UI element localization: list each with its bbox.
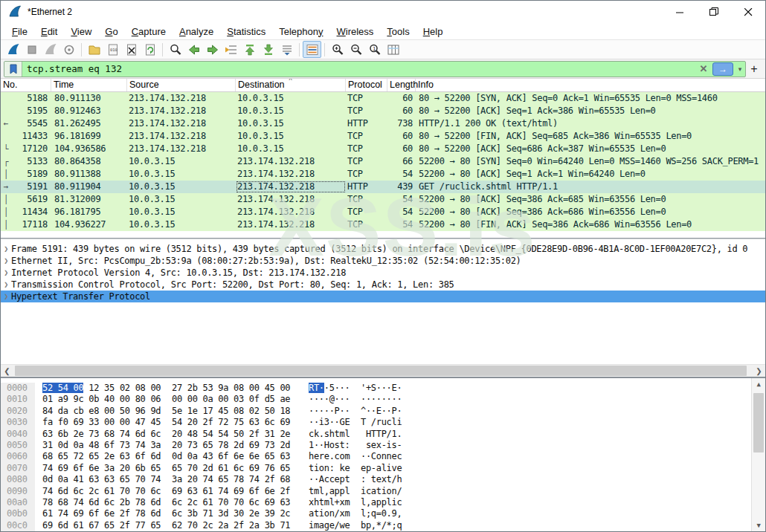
packet-row[interactable]: →519180.91190410.0.3.15213.174.132.218HT… xyxy=(1,181,765,193)
expander-icon[interactable]: ❯ xyxy=(1,291,11,302)
find-packet-icon[interactable] xyxy=(166,41,184,58)
expander-icon[interactable]: ❯ xyxy=(1,267,11,279)
column-header-protocol[interactable]: Protocol xyxy=(346,79,387,91)
filter-add-button[interactable]: + xyxy=(746,62,762,76)
filter-bookmark-icon[interactable] xyxy=(4,62,22,77)
packet-row[interactable]: 518880.911130213.174.132.21810.0.3.15TCP… xyxy=(1,92,765,105)
stop-capture-icon[interactable] xyxy=(22,41,41,58)
menu-file[interactable]: File xyxy=(5,25,34,39)
colorize-icon[interactable] xyxy=(303,41,321,58)
scroll-left-icon[interactable]: ❮ xyxy=(1,367,13,375)
related-packet-mark: └ xyxy=(1,143,11,155)
packet-length: 439 xyxy=(387,181,416,193)
go-first-icon[interactable] xyxy=(240,41,259,58)
column-header-info[interactable]: Info xyxy=(416,79,765,91)
detail-line[interactable]: ❯Frame 5191: 439 bytes on wire (3512 bit… xyxy=(1,243,765,255)
menu-help[interactable]: Help xyxy=(416,25,450,39)
reload-file-icon[interactable] xyxy=(141,41,159,58)
restore-button[interactable] xyxy=(697,1,731,23)
title-bar: *Ethernet 2 xyxy=(1,1,765,23)
hex-row[interactable]: 001001 a9 9c 0b 40 00 80 0600 00 0a 00 0… xyxy=(1,394,765,405)
svg-text:1: 1 xyxy=(373,45,376,51)
packet-row[interactable]: ←554581.262495213.174.132.21810.0.3.15HT… xyxy=(1,117,765,130)
menu-view[interactable]: View xyxy=(64,25,98,39)
ascii-right: HTTP/1. xyxy=(361,429,402,440)
auto-scroll-icon[interactable] xyxy=(277,41,296,58)
menu-statistics[interactable]: Statistics xyxy=(220,25,272,39)
packet-destination: 10.0.3.15 xyxy=(236,117,346,130)
hex-bytes-right: 62 70 2c 2a 2f 2a 3b 71 xyxy=(172,520,295,531)
menu-wireless[interactable]: Wireless xyxy=(330,25,381,39)
detail-line[interactable]: ❯Internet Protocol Version 4, Src: 10.0.… xyxy=(1,267,765,279)
column-header-length[interactable]: Length xyxy=(387,79,416,91)
packet-row[interactable]: │17118104.93622710.0.3.15213.174.132.218… xyxy=(1,218,765,231)
zoom-in-icon[interactable] xyxy=(328,41,347,58)
filter-apply-icon[interactable]: → xyxy=(712,62,733,76)
restart-capture-icon[interactable] xyxy=(41,41,59,58)
packet-row[interactable]: │1143496.18179510.0.3.15213.174.132.218T… xyxy=(1,206,765,218)
scroll-up-icon[interactable]: ▲ xyxy=(752,378,765,390)
menu-telephony[interactable]: Telephony xyxy=(272,25,329,39)
horizontal-scrollbar[interactable]: ❮ ❯ xyxy=(1,364,765,377)
hex-row[interactable]: 004063 6b 2e 73 68 74 6d 6c20 48 54 54 5… xyxy=(1,429,765,440)
packet-row[interactable]: 1143396.181699213.174.132.21810.0.3.15TC… xyxy=(1,130,765,143)
hex-row[interactable]: 002084 da cb e8 00 50 96 9d5e 1e 17 45 0… xyxy=(1,406,765,417)
close-file-icon[interactable] xyxy=(122,41,141,58)
packet-row[interactable]: └17120104.936586213.174.132.21810.0.3.15… xyxy=(1,143,765,155)
hex-row[interactable]: 006068 65 72 65 2e 63 6f 6d0d 0a 43 6f 6… xyxy=(1,451,765,462)
detail-line[interactable]: ❯Transmission Control Protocol, Src Port… xyxy=(1,279,765,291)
column-header-destination[interactable]: ^Destination xyxy=(236,79,346,91)
detail-line[interactable]: ❯Ethernet II, Src: PcsCompu_2b:53:9a (08… xyxy=(1,255,765,267)
packet-row[interactable]: ┌513380.86435810.0.3.15213.174.132.218TC… xyxy=(1,155,765,168)
display-filter-field: ✕ → ▾ xyxy=(4,61,746,77)
column-header-time[interactable]: Time xyxy=(51,79,127,91)
packet-source: 10.0.3.15 xyxy=(127,206,236,218)
filter-dropdown-icon[interactable]: ▾ xyxy=(735,65,745,73)
go-back-icon[interactable] xyxy=(184,41,203,58)
column-header-source[interactable]: Source xyxy=(127,79,236,91)
hscroll-track[interactable] xyxy=(13,365,753,377)
start-capture-icon[interactable] xyxy=(4,41,22,58)
go-forward-icon[interactable] xyxy=(203,41,222,58)
expander-icon[interactable]: ❯ xyxy=(1,255,11,267)
go-to-packet-icon[interactable] xyxy=(222,41,240,58)
menu-go[interactable]: Go xyxy=(98,25,124,39)
hscroll-thumb[interactable] xyxy=(15,366,747,376)
menu-tools[interactable]: Tools xyxy=(380,25,416,39)
ascii-right: sex-is- xyxy=(361,440,402,451)
open-file-icon[interactable] xyxy=(85,41,103,58)
hex-row[interactable]: 00c069 6d 61 67 65 2f 77 6562 70 2c 2a 2… xyxy=(1,520,765,531)
resize-columns-icon[interactable] xyxy=(384,41,402,58)
save-file-icon[interactable]: 010 xyxy=(103,41,122,58)
capture-options-icon[interactable] xyxy=(59,41,78,58)
vscroll-thumb[interactable] xyxy=(753,393,764,452)
hex-row[interactable]: 00800d 0a 41 63 63 65 70 743a 20 74 65 7… xyxy=(1,474,765,485)
packet-row[interactable]: │561981.31200910.0.3.15213.174.132.218TC… xyxy=(1,193,765,206)
hex-row[interactable]: 009074 6d 6c 2c 61 70 70 6c69 63 61 74 6… xyxy=(1,486,765,497)
hex-row[interactable]: 00b061 74 69 6f 6e 2f 78 6d6c 3b 71 3d 3… xyxy=(1,508,765,519)
filter-clear-icon[interactable]: ✕ xyxy=(696,63,711,74)
packet-row[interactable]: 519580.912463213.174.132.21810.0.3.15TCP… xyxy=(1,105,765,117)
vertical-scrollbar[interactable]: ▲ ▼ xyxy=(751,378,765,531)
menu-edit[interactable]: Edit xyxy=(34,25,64,39)
expander-icon[interactable]: ❯ xyxy=(1,279,11,291)
zoom-reset-icon[interactable]: 1 xyxy=(365,41,384,58)
column-header-no[interactable]: No. xyxy=(1,79,51,91)
detail-line[interactable]: ❯Hypertext Transfer Protocol xyxy=(1,291,765,302)
hex-row[interactable]: 000052 54 00 12 35 02 08 0027 2b 53 9a 0… xyxy=(1,383,765,394)
scroll-right-icon[interactable]: ❯ xyxy=(753,367,765,375)
display-filter-input[interactable] xyxy=(22,63,696,74)
expander-icon[interactable]: ❯ xyxy=(1,243,11,255)
hex-row[interactable]: 005031 0d 0a 48 6f 73 74 3a20 73 65 78 2… xyxy=(1,440,765,451)
scroll-down-icon[interactable]: ▼ xyxy=(752,519,765,531)
hex-row[interactable]: 0030fa f0 69 33 00 00 47 4554 20 2f 72 7… xyxy=(1,417,765,428)
hex-row[interactable]: 00a078 68 74 6d 6c 2b 78 6d6c 2c 61 70 7… xyxy=(1,497,765,508)
hex-row[interactable]: 007074 69 6f 6e 3a 20 6b 6565 70 2d 61 6… xyxy=(1,463,765,474)
packet-row[interactable]: │518980.91138810.0.3.15213.174.132.218TC… xyxy=(1,168,765,181)
zoom-out-icon[interactable] xyxy=(347,41,365,58)
close-button[interactable] xyxy=(731,1,765,23)
menu-capture[interactable]: Capture xyxy=(125,25,173,39)
minimize-button[interactable] xyxy=(663,1,697,23)
menu-analyze[interactable]: Analyze xyxy=(173,25,220,39)
go-last-icon[interactable] xyxy=(259,41,277,58)
